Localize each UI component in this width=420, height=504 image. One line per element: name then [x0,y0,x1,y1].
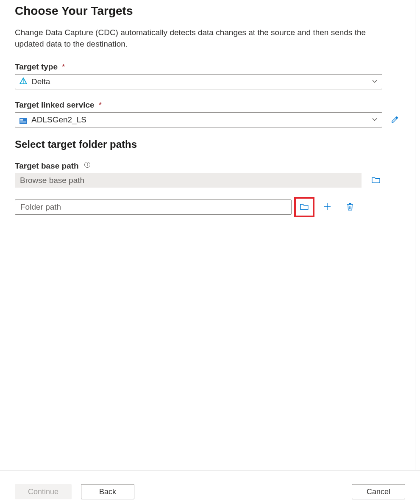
required-marker: * [99,100,102,110]
svg-rect-2 [20,122,26,123]
svg-point-4 [87,163,88,164]
chevron-down-icon [372,77,378,86]
browse-folder-path-button[interactable] [298,199,311,215]
svg-rect-1 [20,119,23,121]
pencil-icon [391,115,399,125]
delete-folder-path-button[interactable] [343,200,357,214]
base-path-label: Target base path [15,161,79,171]
folder-icon [300,202,309,212]
footer: Continue Back Cancel [0,470,420,504]
back-button[interactable]: Back [81,484,134,499]
delta-icon [19,77,27,86]
linked-service-dropdown[interactable]: ADLSGen2_LS [15,112,382,127]
linked-service-label: Target linked service [15,100,95,110]
svg-rect-5 [87,164,87,166]
plus-icon [323,202,331,212]
browse-folder-highlight [294,197,314,217]
target-type-field: Target type * Delta [15,62,402,89]
linked-service-value: ADLSGen2_LS [31,115,372,125]
required-marker: * [62,62,65,72]
folder-paths-section-title: Select target folder paths [15,138,402,150]
folder-path-input[interactable] [15,199,292,215]
target-type-value: Delta [31,77,372,86]
info-icon[interactable] [84,161,91,168]
base-path-input[interactable] [15,173,362,188]
storage-icon [19,117,27,123]
page-title: Choose Your Targets [15,4,402,18]
target-type-label: Target type [15,62,58,72]
svg-rect-0 [19,118,27,124]
add-folder-path-button[interactable] [320,200,334,214]
edit-linked-service-button[interactable] [388,113,402,127]
target-type-dropdown[interactable]: Delta [15,74,382,89]
browse-base-path-button[interactable] [369,174,383,187]
continue-button: Continue [15,484,72,499]
page-description: Change Data Capture (CDC) automatically … [15,27,396,50]
cancel-button[interactable]: Cancel [352,484,405,499]
chevron-down-icon [372,115,378,125]
folder-icon [372,176,380,186]
linked-service-field: Target linked service * ADLSGen2_LS [15,100,402,127]
trash-icon [346,202,354,212]
